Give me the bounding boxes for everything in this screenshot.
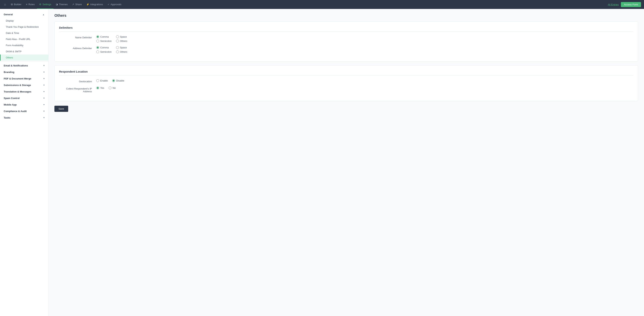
geolocation-label: Geolocation — [59, 79, 96, 83]
compliance-label: Compliance & Audit — [4, 110, 27, 113]
nav-tab-themes-label: Themes — [59, 3, 68, 6]
geolocation-disable[interactable]: Disable — [112, 79, 124, 82]
name-delimiter-label: Name Delimiter — [59, 35, 96, 39]
email-notifications-header[interactable]: Email & Notifications ▾ — [0, 62, 48, 69]
branding-label: Branding — [4, 71, 14, 74]
translation-header[interactable]: Translation & Messages ▾ — [0, 88, 48, 95]
main-content: Others Delimiters Name Delimiter Comma S… — [48, 9, 644, 316]
nav-tab-builder-label: Builder — [14, 3, 22, 6]
name-delimiter-comma-radio[interactable] — [96, 35, 99, 38]
geolocation-enable-radio[interactable] — [96, 79, 99, 82]
sidebar-item-fieldalias[interactable]: Field Alias - Prefill URL — [0, 36, 48, 42]
themes-icon: ◑ — [56, 3, 58, 6]
collect-ip-no-radio[interactable] — [109, 87, 112, 89]
approvals-icon: ✓ — [108, 3, 110, 6]
geolocation-row: Geolocation Enable Disable — [59, 79, 634, 83]
email-notifications-label: Email & Notifications — [4, 64, 28, 67]
delimiters-title: Delimiters — [59, 26, 634, 32]
sidebar-item-others[interactable]: Others — [0, 54, 48, 61]
sidebar-item-dkim[interactable]: DKIM & SMTP — [0, 48, 48, 54]
tasks-label: Tasks — [4, 116, 10, 119]
respondent-location-title: Respondent Location — [59, 70, 634, 76]
nav-tab-share[interactable]: ↗ Share — [70, 0, 84, 9]
mobile-header[interactable]: Mobile App ▾ — [0, 101, 48, 108]
name-delimiter-others[interactable]: Others — [116, 40, 127, 42]
collect-ip-no[interactable]: No — [109, 87, 116, 89]
geolocation-disable-radio[interactable] — [112, 79, 115, 82]
save-button[interactable]: Save — [54, 106, 68, 112]
settings-icon: ⚙ — [39, 3, 41, 6]
submissions-header[interactable]: Submissions & Storage ▾ — [0, 82, 48, 88]
address-delimiter-space-radio[interactable] — [116, 46, 119, 49]
nav-tab-rules[interactable]: ≡ Rules — [24, 0, 37, 9]
all-entries-link[interactable]: All Entries — [608, 3, 619, 6]
geolocation-options: Enable Disable — [96, 79, 124, 82]
name-delimiter-space-radio[interactable] — [116, 35, 119, 38]
address-delimiter-others[interactable]: Others — [116, 50, 127, 53]
nav-tab-settings[interactable]: ⚙ Settings — [37, 0, 54, 9]
address-delimiter-semicolon-radio[interactable] — [96, 50, 99, 53]
collect-ip-label: Collect Respondent's IP Address — [59, 87, 96, 93]
sidebar-item-formavailability[interactable]: Form Availability — [0, 42, 48, 48]
nav-tab-themes[interactable]: ◑ Themes — [54, 0, 70, 9]
name-delimiter-row: Name Delimiter Comma Space Semicolon — [59, 35, 634, 42]
collect-ip-row: Collect Respondent's IP Address Yes No — [59, 87, 634, 93]
top-nav: ⌂ ⊞ Builder ≡ Rules ⚙ Settings ◑ Themes … — [0, 0, 644, 9]
general-label: General — [4, 13, 13, 16]
layout: General ▲ Display Thank You Page & Redir… — [0, 9, 644, 316]
nav-tab-builder[interactable]: ⊞ Builder — [8, 0, 24, 9]
nav-tab-approvals[interactable]: ✓ Approvals — [105, 0, 124, 9]
nav-tab-approvals-label: Approvals — [111, 3, 122, 6]
mobile-label: Mobile App — [4, 103, 17, 106]
integrations-icon: ⚡ — [86, 3, 89, 6]
name-delimiter-others-radio[interactable] — [116, 40, 119, 42]
sidebar: General ▲ Display Thank You Page & Redir… — [0, 9, 48, 316]
tasks-header[interactable]: Tasks ▾ — [0, 115, 48, 121]
name-delimiter-options: Comma Space Semicolon Others — [96, 35, 127, 42]
collect-ip-yes-radio[interactable] — [96, 87, 99, 89]
collect-ip-yes[interactable]: Yes — [96, 87, 104, 89]
mobile-chevron-icon: ▾ — [44, 104, 44, 106]
address-delimiter-options: Comma Space Semicolon Others — [96, 46, 127, 53]
access-form-button[interactable]: Access Form — [621, 2, 641, 7]
compliance-header[interactable]: Compliance & Audit ▾ — [0, 108, 48, 115]
page-title: Others — [54, 13, 638, 18]
spam-header[interactable]: Spam Control ▾ — [0, 95, 48, 101]
geolocation-enable[interactable]: Enable — [96, 79, 108, 82]
address-delimiter-label: Address Delimiter — [59, 46, 96, 50]
address-delimiter-row: Address Delimiter Comma Space Semicolon — [59, 46, 634, 53]
address-delimiter-comma[interactable]: Comma — [96, 46, 112, 49]
translation-label: Translation & Messages — [4, 90, 31, 93]
email-chevron-icon: ▾ — [44, 64, 44, 67]
general-chevron-icon: ▲ — [42, 13, 44, 16]
translation-chevron-icon: ▾ — [44, 90, 44, 93]
address-delimiter-space[interactable]: Space — [116, 46, 127, 49]
nav-tab-integrations[interactable]: ⚡ Integrations — [84, 0, 105, 9]
collect-ip-options: Yes No — [96, 87, 116, 89]
submissions-label: Submissions & Storage — [4, 84, 31, 87]
spam-chevron-icon: ▾ — [44, 97, 44, 99]
address-delimiter-comma-radio[interactable] — [96, 46, 99, 49]
pdf-chevron-icon: ▾ — [44, 77, 44, 80]
branding-header[interactable]: Branding ▾ — [0, 69, 48, 75]
address-delimiter-semicolon[interactable]: Semicolon — [96, 50, 112, 53]
pdf-header[interactable]: PDF & Document Merge ▾ — [0, 75, 48, 82]
general-section-header[interactable]: General ▲ — [0, 11, 48, 18]
pdf-label: PDF & Document Merge — [4, 77, 31, 80]
spam-label: Spam Control — [4, 97, 20, 100]
name-delimiter-semicolon[interactable]: Semicolon — [96, 40, 112, 42]
tasks-chevron-icon: ▾ — [44, 117, 44, 119]
home-icon[interactable]: ⌂ — [3, 2, 7, 7]
nav-tab-settings-label: Settings — [42, 3, 51, 6]
sidebar-item-thankyou[interactable]: Thank You Page & Redirection — [0, 24, 48, 30]
sidebar-item-datetime[interactable]: Date & Time — [0, 30, 48, 36]
sidebar-item-display[interactable]: Display — [0, 18, 48, 24]
compliance-chevron-icon: ▾ — [44, 110, 44, 112]
name-delimiter-semicolon-radio[interactable] — [96, 40, 99, 42]
nav-tab-share-label: Share — [75, 3, 82, 6]
sidebar-divider-1 — [0, 61, 48, 62]
name-delimiter-space[interactable]: Space — [116, 35, 127, 38]
respondent-location-section: Respondent Location Geolocation Enable D… — [54, 65, 638, 101]
name-delimiter-comma[interactable]: Comma — [96, 35, 112, 38]
address-delimiter-others-radio[interactable] — [116, 50, 119, 53]
